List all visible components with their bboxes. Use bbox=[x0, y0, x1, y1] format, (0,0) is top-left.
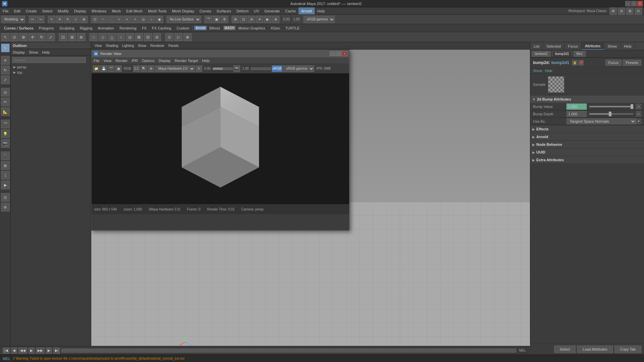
section-arnold-header[interactable]: ▶ Arnold bbox=[530, 133, 644, 140]
menu-windows[interactable]: Windows bbox=[89, 7, 109, 14]
node-tab-file1[interactable]: file1 bbox=[574, 51, 586, 57]
snap-extra3[interactable]: ◉ bbox=[156, 16, 163, 23]
workspace-btn1[interactable]: ⊞ bbox=[609, 7, 617, 15]
menu-file[interactable]: File bbox=[0, 7, 11, 14]
rv-ratio[interactable]: 1:1 bbox=[133, 65, 140, 72]
menu-surfaces[interactable]: Surfaces bbox=[214, 7, 234, 14]
snap-curve[interactable]: ~ bbox=[99, 16, 107, 23]
anim-left[interactable]: ▶ bbox=[1, 181, 10, 189]
render-region[interactable]: ▣ bbox=[213, 16, 220, 23]
rotate-tool[interactable]: ↻ bbox=[64, 16, 71, 23]
rv-zoom-btn[interactable]: 🔍 bbox=[141, 65, 147, 72]
tab-show[interactable]: Show bbox=[604, 42, 621, 50]
vt-show[interactable]: Show bbox=[136, 42, 148, 49]
poly8-icon[interactable]: ⊜ bbox=[153, 33, 161, 41]
close-button[interactable]: ✕ bbox=[637, 1, 643, 6]
snap1-icon[interactable]: ⊡ bbox=[59, 33, 67, 41]
use-as-connect[interactable]: ▼ bbox=[636, 119, 641, 124]
menu2-animation[interactable]: Animation bbox=[95, 24, 117, 32]
select-button[interactable]: Select bbox=[554, 346, 576, 353]
rv-refresh-btn[interactable]: ↻ bbox=[196, 65, 202, 72]
snap-point[interactable]: · bbox=[107, 16, 115, 23]
menu2-turtle[interactable]: TURTLE bbox=[283, 24, 303, 32]
show-link[interactable]: Show bbox=[533, 69, 542, 73]
mode-dropdown[interactable]: Modeling bbox=[1, 16, 25, 23]
select-tool-left[interactable]: ↖ bbox=[1, 44, 10, 52]
menu-uv[interactable]: UV bbox=[251, 7, 262, 14]
tool-btn2[interactable]: ↪ bbox=[37, 16, 44, 23]
render-btn[interactable]: 🎬 bbox=[205, 16, 212, 23]
snap-surface[interactable]: ≈ bbox=[115, 16, 123, 23]
badge-mash[interactable]: MASH bbox=[223, 26, 236, 30]
bump-depth-slider[interactable] bbox=[589, 113, 633, 115]
vt-shading[interactable]: Shading bbox=[104, 42, 120, 49]
render-settings[interactable]: ⚙ bbox=[221, 16, 228, 23]
select-icon[interactable]: ↖ bbox=[1, 33, 9, 41]
badge-arnold[interactable]: Arnold bbox=[194, 26, 207, 30]
rv-renderer-dropdown[interactable]: Maya Hardware 2.0 bbox=[155, 65, 195, 72]
outliner-menu-show[interactable]: Show bbox=[27, 49, 40, 55]
poly3-icon[interactable]: △ bbox=[108, 33, 116, 41]
rv-close-btn[interactable]: ✕ bbox=[342, 51, 347, 56]
tab-list[interactable]: List bbox=[530, 42, 543, 50]
menu-generate[interactable]: Generate bbox=[262, 7, 282, 14]
tab-help[interactable]: Help bbox=[621, 42, 635, 50]
tab-selected[interactable]: Selected bbox=[543, 42, 565, 50]
menu-modify[interactable]: Modify bbox=[55, 7, 71, 14]
node-tab-lambert2[interactable]: lambert2 bbox=[532, 51, 551, 57]
bump-depth-input[interactable] bbox=[567, 111, 587, 117]
outliner-item-top[interactable]: ▶ top bbox=[11, 70, 91, 75]
rv-region[interactable]: ▣ bbox=[115, 65, 122, 72]
menu-select[interactable]: Select bbox=[40, 7, 55, 14]
attr-bookmark-btn[interactable]: 📌 bbox=[578, 60, 584, 65]
rotate-icon[interactable]: ↻ bbox=[38, 33, 46, 41]
poly2-icon[interactable]: ◇ bbox=[99, 33, 107, 41]
menu2-rigging[interactable]: Rigging bbox=[77, 24, 95, 32]
rv-menu-options[interactable]: Options bbox=[140, 57, 157, 64]
measure-left[interactable]: 📐 bbox=[1, 107, 10, 116]
section-node-behavior-header[interactable]: ▶ Node Behavior bbox=[530, 141, 644, 148]
paint-left[interactable]: ✏ bbox=[1, 98, 10, 106]
tab-attributes[interactable]: Attributes bbox=[582, 42, 604, 50]
tl-play[interactable]: ▶ bbox=[29, 348, 35, 354]
cam-left[interactable]: 📷 bbox=[1, 139, 10, 148]
move-icon[interactable]: ✛ bbox=[29, 33, 37, 41]
snap2-icon[interactable]: ⊞ bbox=[68, 33, 76, 41]
outliner-menu-help[interactable]: Help bbox=[40, 49, 52, 55]
poly5-icon[interactable]: ◎ bbox=[126, 33, 134, 41]
rv-open[interactable]: 📁 bbox=[93, 65, 100, 72]
render-left[interactable]: 🎬 bbox=[1, 120, 10, 128]
poly1-icon[interactable]: □ bbox=[90, 33, 98, 41]
rv-menu-render[interactable]: Render bbox=[113, 57, 129, 64]
move-tool[interactable]: ✛ bbox=[56, 16, 63, 23]
tl-next[interactable]: ▶ bbox=[46, 348, 52, 354]
snap-extra2[interactable]: ○ bbox=[148, 16, 155, 23]
deform-left[interactable]: ⤵ bbox=[1, 171, 10, 180]
xform[interactable]: ✦ bbox=[256, 16, 263, 23]
outliner-item-persp[interactable]: ▶ persp bbox=[11, 64, 91, 70]
menu-create[interactable]: Create bbox=[23, 7, 40, 14]
menu2-fx-caching[interactable]: FX Caching bbox=[149, 24, 174, 32]
load-attributes-button[interactable]: Load Attributes bbox=[577, 346, 613, 353]
presets-btn[interactable]: Presets bbox=[623, 60, 641, 66]
snap-extra[interactable]: ◎ bbox=[140, 16, 147, 23]
tl-start[interactable]: |◀ bbox=[3, 348, 10, 354]
menu2-curves-surfaces[interactable]: Curves / Surfaces bbox=[1, 24, 36, 32]
poly6-icon[interactable]: ⊠ bbox=[135, 33, 143, 41]
playback[interactable]: ▶ bbox=[264, 16, 271, 23]
scale-icon[interactable]: ⤢ bbox=[47, 33, 55, 41]
bump-value-slider[interactable] bbox=[589, 106, 633, 107]
section-2d-bump-header[interactable]: ▼ 2d Bump Attributes bbox=[530, 96, 644, 103]
minimize-button[interactable]: ─ bbox=[625, 1, 631, 6]
workspace-btn4[interactable]: ⊡ bbox=[635, 7, 642, 15]
rv-settings-btn[interactable]: ⚙ bbox=[148, 65, 155, 72]
vt-panels[interactable]: Panels bbox=[166, 42, 181, 49]
snap-axis[interactable]: + bbox=[131, 16, 139, 23]
menu2-sculpting[interactable]: Sculpting bbox=[57, 24, 77, 32]
focus-btn[interactable]: Focus bbox=[605, 60, 622, 66]
move-tool-left[interactable]: ✛ bbox=[1, 56, 10, 65]
extra-left[interactable]: ⊡ bbox=[1, 193, 10, 202]
menu-edit-mesh[interactable]: Edit Mesh bbox=[123, 7, 145, 14]
vt-renderer[interactable]: Renderer bbox=[148, 42, 166, 49]
menu-deform[interactable]: Deform bbox=[234, 7, 251, 14]
